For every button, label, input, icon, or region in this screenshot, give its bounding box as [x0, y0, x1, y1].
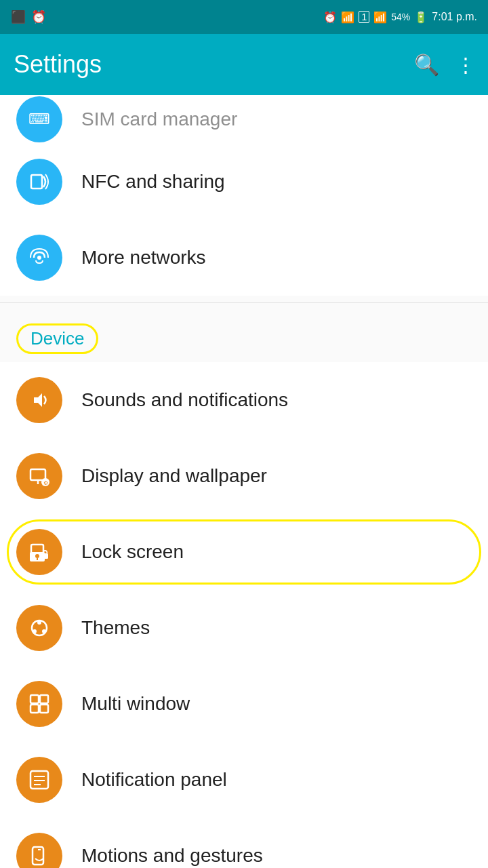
settings-item-more-networks[interactable]: More networks [0, 220, 488, 296]
nfc-icon [16, 159, 62, 205]
notification-panel-icon [16, 757, 62, 803]
lock-screen-highlight [7, 519, 481, 585]
svg-point-14 [42, 629, 46, 633]
display-icon: ⚙ [16, 453, 62, 499]
settings-item-display-and-wallpaper[interactable]: ⚙ Display and wallpaper [0, 438, 488, 514]
page-title: Settings [14, 50, 102, 79]
wifi-icon: 📶 [341, 11, 354, 24]
more-options-button[interactable]: ⋮ [455, 53, 474, 77]
battery-text: 54% [391, 12, 410, 22]
settings-item-sounds-and-notifications[interactable]: Sounds and notifications [0, 362, 488, 438]
themes-icon [16, 605, 62, 651]
status-bar: ⬛ ⏰ ⏰ 📶 1 📶 54% 🔋 7:01 p.m. [0, 0, 488, 34]
battery-icon: 🔋 [414, 11, 428, 24]
multi-window-label: Multi window [81, 693, 190, 715]
svg-point-1 [37, 256, 41, 260]
svg-rect-3 [30, 469, 45, 480]
settings-item-multi-window[interactable]: Multi window [0, 666, 488, 742]
app-bar: Settings 🔍 ⋮ [0, 34, 488, 95]
device-header-highlighted: Device [16, 323, 98, 354]
lock-screen-label: Lock screen [81, 541, 184, 563]
screenshot-icon: ⬛ [11, 9, 26, 24]
alarm-clock-icon: ⏰ [323, 11, 337, 24]
svg-rect-11 [42, 553, 48, 559]
sounds-icon [16, 377, 62, 423]
settings-list: ⌨ SIM card manager NFC and sharing More … [0, 95, 488, 868]
search-button[interactable]: 🔍 [414, 53, 439, 77]
settings-item-nfc-and-sharing[interactable]: NFC and sharing [0, 144, 488, 220]
alarm-icon: ⏰ [31, 9, 46, 24]
motions-and-gestures-icon [16, 833, 62, 868]
sounds-and-notifications-label: Sounds and notifications [81, 389, 288, 411]
nfc-and-sharing-label: NFC and sharing [81, 171, 225, 193]
svg-rect-19 [40, 705, 48, 713]
more-networks-icon [16, 235, 62, 281]
section-divider [0, 302, 488, 303]
svg-marker-2 [34, 393, 42, 407]
settings-item-sim-card-manager[interactable]: ⌨ SIM card manager [0, 95, 488, 144]
svg-point-9 [35, 554, 39, 558]
settings-item-notification-panel[interactable]: Notification panel [0, 742, 488, 818]
themes-label: Themes [81, 617, 150, 639]
settings-item-motions-and-gestures[interactable]: Motions and gestures [0, 818, 488, 868]
multi-window-icon [16, 681, 62, 727]
status-bar-right: ⏰ 📶 1 📶 54% 🔋 7:01 p.m. [323, 11, 477, 24]
app-bar-actions: 🔍 ⋮ [414, 53, 474, 77]
sim-card-manager-label: SIM card manager [81, 108, 237, 130]
sim-card-manager-icon: ⌨ [16, 96, 62, 142]
svg-point-15 [33, 629, 37, 633]
sim-icon: 1 [359, 11, 369, 23]
settings-item-lock-screen[interactable]: Lock screen [0, 514, 488, 590]
status-bar-left: ⬛ ⏰ [11, 9, 46, 24]
svg-rect-0 [31, 175, 42, 189]
svg-rect-17 [40, 695, 48, 703]
device-section-label: Device [30, 328, 84, 349]
svg-rect-18 [30, 705, 39, 713]
signal-icon: 📶 [373, 11, 387, 24]
motions-and-gestures-label: Motions and gestures [81, 845, 263, 867]
more-networks-label: More networks [81, 247, 206, 269]
settings-item-themes[interactable]: Themes [0, 590, 488, 666]
notification-panel-label: Notification panel [81, 769, 227, 791]
svg-text:⚙: ⚙ [43, 480, 48, 486]
device-section-header: Device [0, 310, 488, 362]
svg-rect-16 [30, 695, 39, 703]
lock-screen-icon [16, 529, 62, 575]
display-and-wallpaper-label: Display and wallpaper [81, 465, 267, 487]
time-display: 7:01 p.m. [432, 11, 477, 23]
svg-point-13 [37, 620, 41, 625]
